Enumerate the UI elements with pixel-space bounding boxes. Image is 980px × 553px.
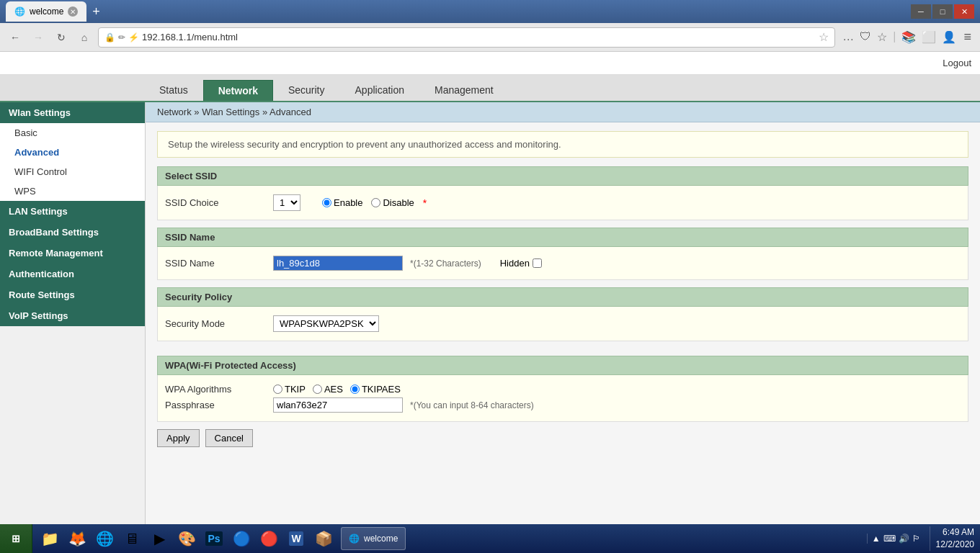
sidebar-auth-header[interactable]: Authentication xyxy=(0,264,145,284)
taskbar-ie-icon[interactable]: 🌐 xyxy=(92,526,117,552)
enable-radio-label[interactable]: Enable xyxy=(322,197,362,208)
taskbar-network-icon[interactable]: 🖥 xyxy=(119,526,145,552)
tkipaes-radio-label[interactable]: TKIPAES xyxy=(350,384,401,395)
hamburger-menu[interactable]: ≡ xyxy=(961,30,974,45)
taskbar: ⊞ 📁 🦊 🌐 🖥 ▶ 🎨 Ps 🔵 🔴 W xyxy=(0,524,980,553)
taskbar-media-icon[interactable]: ▶ xyxy=(146,526,172,552)
wpa-algorithms-label: WPA Algorithms xyxy=(165,384,266,395)
more-options-icon[interactable]: … xyxy=(842,30,854,44)
passphrase-input[interactable] xyxy=(273,397,403,413)
chrome-icon: 🔴 xyxy=(260,530,278,547)
taskbar-archive-icon[interactable]: 📦 xyxy=(311,526,337,552)
taskbar-ie2-icon[interactable]: 🔵 xyxy=(228,526,254,552)
taskbar-firefox-icon[interactable]: 🦊 xyxy=(64,526,90,552)
keyboard-icon: ⌨ xyxy=(883,534,896,544)
reload-button[interactable]: ↻ xyxy=(52,28,71,47)
apply-button[interactable]: Apply xyxy=(157,429,200,447)
address-bar[interactable]: 🔒 ✏ ⚡ 192.168.1.1/menu.html ☆ xyxy=(98,27,835,48)
system-clock[interactable]: 6:49 AM 12/2/2020 xyxy=(930,526,974,551)
ssid-choice-select[interactable]: 1 2 3 4 xyxy=(273,194,300,211)
logout-link[interactable]: Logout xyxy=(943,58,971,68)
security-mode-label: Security Mode xyxy=(165,318,266,329)
close-button[interactable]: ✕ xyxy=(954,4,974,19)
taskbar-word-icon[interactable]: W xyxy=(283,526,309,552)
nav-management[interactable]: Management xyxy=(419,79,509,101)
tkip-radio-label[interactable]: TKIP xyxy=(273,384,306,395)
page-content: Logout Status Network Security Applicati… xyxy=(0,52,980,524)
bookmark-star[interactable]: ☆ xyxy=(819,30,829,44)
window-controls: ─ □ ✕ xyxy=(911,4,974,19)
edit-icon: ✏ xyxy=(118,32,125,42)
hidden-text: Hidden xyxy=(500,258,530,269)
start-button[interactable]: ⊞ xyxy=(0,524,32,553)
nav-network[interactable]: Network xyxy=(203,80,273,101)
sidebar-voip-header[interactable]: VoIP Settings xyxy=(0,305,145,326)
taskbar-chrome-icon[interactable]: 🔴 xyxy=(256,526,282,552)
paint-icon: 🎨 xyxy=(178,530,196,547)
toolbar-icons: … 🛡 ☆ | 📚 ⬜ 👤 xyxy=(842,30,956,44)
taskbar-quick-launch: 📁 🦊 🌐 🖥 ▶ 🎨 Ps 🔵 🔴 W 📦 xyxy=(32,526,341,552)
taskbar-ps-icon[interactable]: Ps xyxy=(201,526,227,552)
ps-icon: Ps xyxy=(205,531,222,546)
tkipaes-radio[interactable] xyxy=(350,385,360,394)
enable-radio[interactable] xyxy=(322,198,331,207)
word-icon: W xyxy=(289,531,303,546)
nav-status[interactable]: Status xyxy=(144,79,203,101)
enable-disable-group: Enable Disable * xyxy=(322,197,427,209)
hidden-checkbox-label[interactable]: Hidden xyxy=(500,258,542,269)
star-icon[interactable]: ☆ xyxy=(877,30,887,44)
sidebar-item-basic[interactable]: Basic xyxy=(0,123,145,143)
shield-icon: 🛡 xyxy=(860,30,871,44)
browser-tab[interactable]: 🌐 welcome ✕ xyxy=(6,1,86,22)
taskbar-files-icon[interactable]: 📁 xyxy=(37,526,63,552)
forward-button[interactable]: → xyxy=(29,28,48,47)
tkip-radio[interactable] xyxy=(273,385,282,394)
disable-radio-label[interactable]: Disable xyxy=(371,197,414,208)
up-arrow-icon[interactable]: ▲ xyxy=(872,534,881,544)
wpa-section-header: WPA(Wi-Fi Protected Access) xyxy=(157,356,968,375)
tab-icon: 🌐 xyxy=(14,6,25,17)
sidebar-wlan-header[interactable]: Wlan Settings xyxy=(0,102,145,123)
wpa-algorithms-row: WPA Algorithms TKIP AES TKIPAES xyxy=(165,384,961,395)
tab-close-button[interactable]: ✕ xyxy=(68,6,78,17)
security-mode-row: Security Mode None WEP WPAPSK WPA2PSK WP… xyxy=(165,315,961,332)
back-button[interactable]: ← xyxy=(6,28,24,47)
security-mode-select[interactable]: None WEP WPAPSK WPA2PSK WPAPSKWPA2PSK xyxy=(273,315,379,332)
sidebar-item-wifi-control[interactable]: WIFI Control xyxy=(0,162,145,181)
speaker-icon[interactable]: 🔊 xyxy=(899,534,909,544)
connection-icon: ⚡ xyxy=(128,32,139,42)
library-icon[interactable]: 📚 xyxy=(901,30,916,44)
taskbar-active-app[interactable]: 🌐 welcome xyxy=(341,527,406,550)
sidebar-item-wps[interactable]: WPS xyxy=(0,181,145,201)
minimize-button[interactable]: ─ xyxy=(911,4,931,19)
clock-time: 6:49 AM xyxy=(936,526,974,539)
new-tab-button[interactable]: + xyxy=(92,4,100,19)
sidebar-lan-header[interactable]: LAN Settings xyxy=(0,201,145,222)
nav-security[interactable]: Security xyxy=(273,79,340,101)
breadcrumb: Network » Wlan Settings » Advanced xyxy=(146,102,980,122)
ssid-name-row: SSID Name *(1-32 Characters) Hidden xyxy=(165,256,961,271)
cancel-button[interactable]: Cancel xyxy=(205,429,253,447)
sidebar-route-header[interactable]: Route Settings xyxy=(0,284,145,305)
sidebar-remote-header[interactable]: Remote Management xyxy=(0,243,145,264)
ssid-name-body: SSID Name *(1-32 Characters) Hidden xyxy=(157,247,968,280)
wpa-section-body: WPA Algorithms TKIP AES TKIPAES xyxy=(157,375,968,422)
hidden-checkbox[interactable] xyxy=(533,258,542,268)
home-button[interactable]: ⌂ xyxy=(75,28,94,47)
maximize-button[interactable]: □ xyxy=(932,4,953,19)
media-icon: ▶ xyxy=(154,530,165,547)
profile-icon[interactable]: 👤 xyxy=(942,30,956,44)
aes-radio-label[interactable]: AES xyxy=(313,384,343,395)
taskbar-paint-icon[interactable]: 🎨 xyxy=(174,526,200,552)
app-title: welcome xyxy=(364,534,398,544)
aes-radio[interactable] xyxy=(313,385,322,394)
sidebar-broadband-header[interactable]: BroadBand Settings xyxy=(0,222,145,243)
enable-text: Enable xyxy=(334,197,362,208)
windows-logo: ⊞ xyxy=(12,533,20,544)
synced-tabs-icon[interactable]: ⬜ xyxy=(922,30,936,44)
ssid-name-input[interactable] xyxy=(273,256,403,271)
nav-application[interactable]: Application xyxy=(340,79,420,101)
action-buttons: Apply Cancel xyxy=(157,429,968,447)
sidebar-item-advanced[interactable]: Advanced xyxy=(0,143,145,162)
disable-radio[interactable] xyxy=(371,198,380,207)
